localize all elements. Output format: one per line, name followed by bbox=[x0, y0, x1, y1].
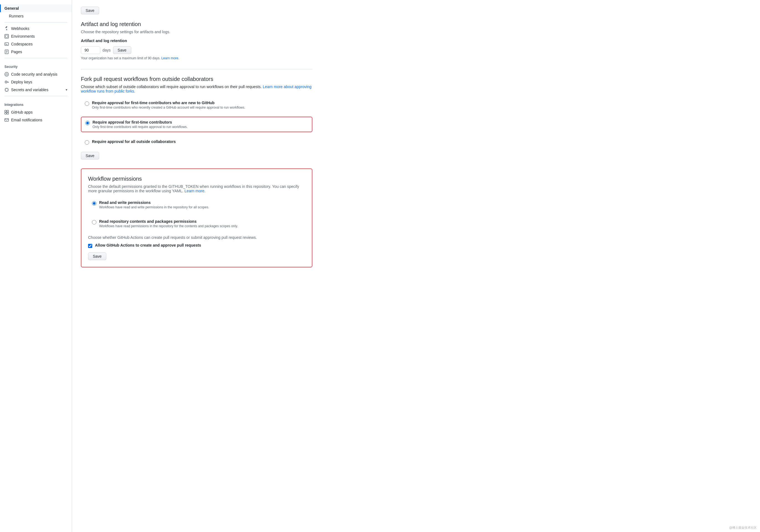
fork-section: Fork pull request workflows from outside… bbox=[81, 76, 312, 160]
security-section-label: Security bbox=[0, 60, 72, 71]
sidebar-item-general[interactable]: General bbox=[0, 4, 72, 12]
fork-option-new-github-desc: Only first-time contributors who recentl… bbox=[92, 106, 245, 110]
svg-rect-22 bbox=[5, 110, 6, 112]
artifact-sublabel: Artifact and log retention bbox=[81, 38, 312, 43]
svg-point-10 bbox=[5, 72, 9, 76]
svg-rect-1 bbox=[6, 35, 8, 37]
svg-rect-2 bbox=[5, 43, 9, 45]
top-save-area: Save bbox=[81, 7, 312, 15]
fork-option-all-outside-radio[interactable] bbox=[85, 140, 89, 145]
workflow-read-write-desc: Workflows have read and write permission… bbox=[99, 205, 209, 209]
secrets-expand-icon: ▾ bbox=[66, 88, 67, 92]
svg-rect-17 bbox=[5, 88, 8, 91]
sidebar-item-email-notifications[interactable]: Email notifications bbox=[0, 116, 72, 124]
watermark: @稀土掘金技术社区 bbox=[729, 526, 757, 530]
sidebar-item-secrets[interactable]: Secrets and variables ▾ bbox=[0, 86, 72, 94]
workflow-learn-more-link[interactable]: Learn more. bbox=[184, 189, 205, 193]
sidebar-environments-label: Environments bbox=[11, 34, 35, 38]
fork-option-new-github-radio[interactable] bbox=[85, 101, 89, 106]
fork-section-desc: Choose which subset of outside collabora… bbox=[81, 84, 312, 93]
workflow-allow-pr-label: Allow GitHub Actions to create and appro… bbox=[95, 243, 201, 247]
sidebar: General Runners Webhooks Environments Co bbox=[0, 0, 72, 532]
artifact-days-label: days bbox=[103, 48, 111, 52]
deploy-keys-icon bbox=[4, 80, 9, 84]
svg-rect-25 bbox=[7, 113, 9, 114]
artifact-learn-more-link[interactable]: Learn more. bbox=[161, 56, 179, 60]
svg-point-13 bbox=[6, 82, 7, 82]
codespaces-icon bbox=[4, 42, 9, 46]
artifact-save-button[interactable]: Save bbox=[113, 46, 131, 54]
svg-point-11 bbox=[6, 73, 8, 75]
workflow-read-only-desc: Workflows have read permissions in the r… bbox=[99, 224, 238, 228]
sidebar-item-pages[interactable]: Pages bbox=[0, 48, 72, 56]
fork-option-new-github-label: Require approval for first-time contribu… bbox=[92, 101, 245, 105]
artifact-info-text: Your organization has set a maximum limi… bbox=[81, 56, 312, 60]
sidebar-item-webhooks[interactable]: Webhooks bbox=[0, 24, 72, 32]
workflow-read-only-label: Read repository contents and packages pe… bbox=[99, 219, 238, 223]
main-content: Save Artifact and log retention Choose t… bbox=[72, 0, 321, 532]
environments-icon bbox=[4, 34, 9, 38]
pages-icon bbox=[4, 50, 9, 54]
artifact-days-input[interactable] bbox=[81, 46, 100, 54]
sidebar-webhooks-label: Webhooks bbox=[11, 26, 29, 31]
sidebar-codespaces-label: Codespaces bbox=[11, 42, 33, 46]
section-divider-1 bbox=[81, 69, 312, 69]
fork-option-all-outside: Require approval for all outside collabo… bbox=[81, 137, 312, 147]
svg-rect-0 bbox=[5, 34, 9, 38]
workflow-read-write-radio[interactable] bbox=[92, 201, 96, 206]
sidebar-divider-2 bbox=[4, 58, 67, 58]
sidebar-pages-label: Pages bbox=[11, 50, 22, 54]
fork-option-first-time-desc: Only first-time contributors will requir… bbox=[92, 125, 187, 129]
sidebar-item-runners[interactable]: Runners bbox=[0, 12, 72, 20]
fork-save-button[interactable]: Save bbox=[81, 152, 99, 160]
sidebar-divider-1 bbox=[4, 22, 67, 23]
email-icon bbox=[4, 118, 9, 122]
fork-section-title: Fork pull request workflows from outside… bbox=[81, 76, 312, 82]
artifact-section-title: Artifact and log retention bbox=[81, 21, 312, 27]
workflow-save-button[interactable]: Save bbox=[88, 252, 106, 260]
svg-rect-26 bbox=[5, 119, 9, 121]
sidebar-email-notifications-label: Email notifications bbox=[11, 118, 42, 122]
sidebar-general-label: General bbox=[4, 6, 19, 11]
workflow-allow-pr-checkbox[interactable] bbox=[88, 244, 92, 248]
workflow-read-only-option: Read repository contents and packages pe… bbox=[88, 217, 305, 231]
sidebar-github-apps-label: GitHub apps bbox=[11, 110, 33, 115]
artifact-input-row: days Save bbox=[81, 46, 312, 54]
fork-option-first-time-radio[interactable] bbox=[85, 121, 90, 125]
fork-option-new-github: Require approval for first-time contribu… bbox=[81, 98, 312, 112]
top-save-button[interactable]: Save bbox=[81, 7, 99, 15]
fork-option-all-outside-label: Require approval for all outside collabo… bbox=[92, 139, 176, 144]
sidebar-item-code-security[interactable]: Code security and analysis bbox=[0, 71, 72, 78]
svg-rect-23 bbox=[7, 110, 9, 112]
sidebar-item-deploy-keys[interactable]: Deploy keys bbox=[0, 78, 72, 86]
fork-option-first-time-label: Require approval for first-time contribu… bbox=[92, 120, 187, 124]
workflow-section-title: Workflow permissions bbox=[88, 176, 305, 182]
workflow-permissions-box: Workflow permissions Choose the default … bbox=[81, 169, 312, 267]
sidebar-runners-label: Runners bbox=[9, 14, 24, 18]
sidebar-deploy-keys-label: Deploy keys bbox=[11, 80, 32, 84]
secrets-icon bbox=[4, 87, 9, 92]
workflow-read-write-label: Read and write permissions bbox=[99, 200, 209, 205]
sidebar-item-codespaces[interactable]: Codespaces bbox=[0, 40, 72, 48]
workflow-read-only-radio[interactable] bbox=[92, 220, 96, 224]
sidebar-secrets-label: Secrets and variables bbox=[11, 87, 48, 92]
workflow-section-desc: Choose the default permissions granted t… bbox=[88, 184, 305, 193]
workflow-pr-note: Choose whether GitHub Actions can create… bbox=[88, 235, 305, 240]
code-security-icon bbox=[4, 72, 9, 76]
fork-option-first-time: Require approval for first-time contribu… bbox=[81, 117, 312, 132]
svg-rect-24 bbox=[5, 113, 6, 114]
workflow-allow-pr-option: Allow GitHub Actions to create and appro… bbox=[88, 243, 305, 248]
github-apps-icon bbox=[4, 110, 9, 115]
sidebar-code-security-label: Code security and analysis bbox=[11, 72, 57, 76]
artifact-section-desc: Choose the repository settings for artif… bbox=[81, 30, 312, 34]
integrations-section-label: Integrations bbox=[0, 98, 72, 108]
sidebar-item-github-apps[interactable]: GitHub apps bbox=[0, 108, 72, 116]
sidebar-item-environments[interactable]: Environments bbox=[0, 32, 72, 40]
artifact-section: Artifact and log retention Choose the re… bbox=[81, 21, 312, 60]
workflow-read-write-option: Read and write permissions Workflows hav… bbox=[88, 198, 305, 212]
webhooks-icon bbox=[4, 26, 9, 31]
